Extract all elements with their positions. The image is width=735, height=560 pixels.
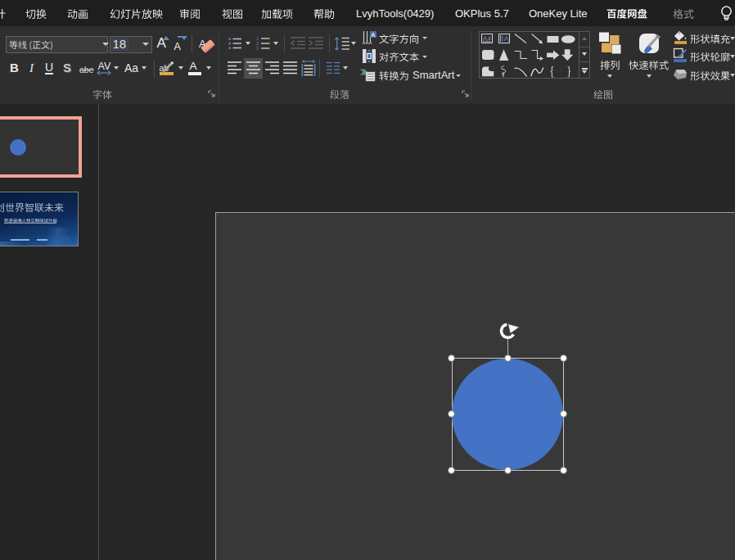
svg-text:A: A [504,34,509,43]
svg-text:A: A [483,34,488,43]
